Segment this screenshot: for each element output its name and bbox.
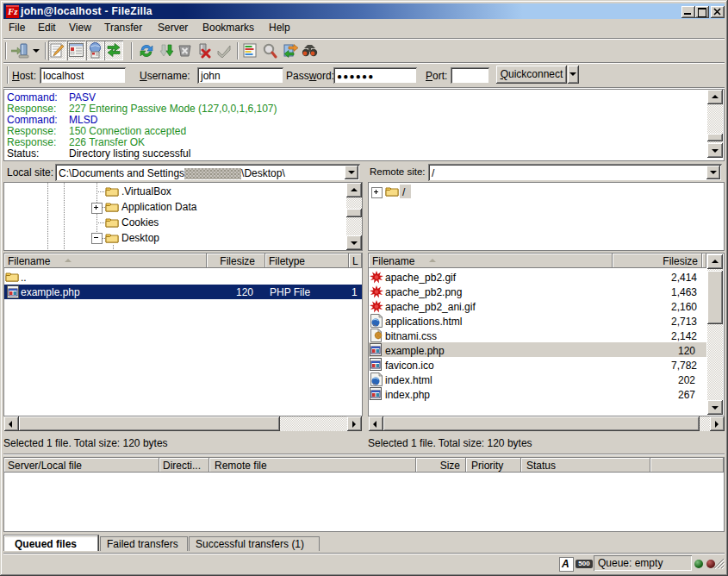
svg-text:Fz: Fz <box>7 6 18 16</box>
